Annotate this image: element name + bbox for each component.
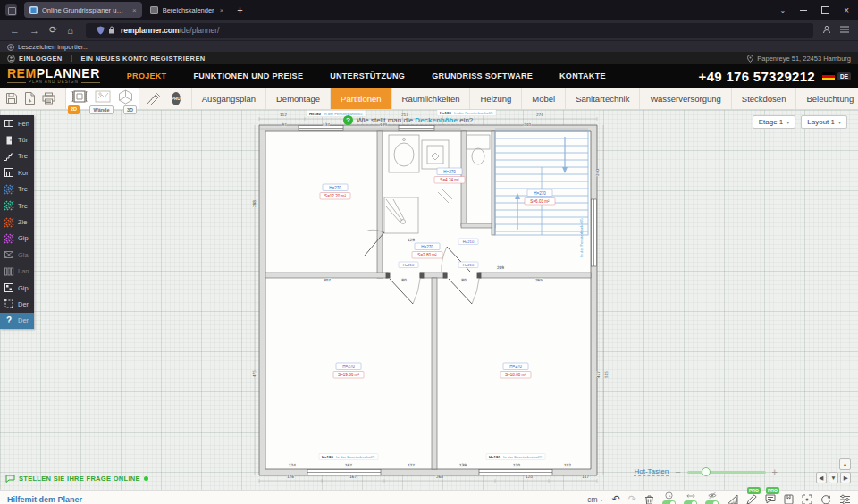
planner-tab-partitionen[interactable]: Partitionen (330, 88, 391, 109)
calendar-favicon-icon (150, 6, 158, 14)
account-icon[interactable] (822, 25, 831, 36)
units-select[interactable]: cm⌄ (587, 495, 603, 504)
pan-up-button[interactable]: ▲ (839, 458, 851, 470)
login-link[interactable]: EINLOGGEN (19, 55, 63, 63)
browser-tab-planner[interactable]: Online Grundrissplaner und De × (24, 2, 142, 18)
comments-button[interactable]: PRO (765, 494, 776, 504)
floor-plan-canvas[interactable]: 1121372132749713713924030780802652491291… (34, 110, 858, 490)
nav-kontakte[interactable]: KONTAKTE (559, 71, 606, 80)
planner-tab-räumlichkeiten[interactable]: Räumlichkeiten (391, 88, 470, 109)
tab-close-icon[interactable]: × (220, 6, 224, 14)
sidebar-tool-label: Fen (18, 120, 29, 128)
sidebar-tool-der[interactable]: ?Der (0, 313, 34, 329)
draw-tools-icon[interactable] (147, 92, 162, 105)
nav-unterstuetzung[interactable]: UNTERSTÜTZUNG (330, 71, 405, 80)
print-icon[interactable] (42, 92, 55, 105)
delete-button[interactable] (644, 494, 654, 504)
url-field[interactable]: remplanner.com /de/planner/ (86, 23, 813, 38)
lock-icon[interactable] (108, 26, 115, 34)
zoom-out-button[interactable]: − (675, 466, 680, 477)
new-tab-button[interactable]: + (237, 4, 242, 15)
hatch-icon (0, 233, 18, 244)
tab-list-chevron-icon[interactable]: ⌄ (779, 6, 786, 14)
firefox-view-icon[interactable] (5, 4, 17, 16)
pan-arrow-pad: ▲ ◀ ▼ ▶ (816, 458, 851, 485)
zoom-slider-knob[interactable] (702, 467, 711, 476)
pan-left-button[interactable]: ◀ (816, 472, 827, 483)
dimensions-toggle[interactable] (684, 492, 697, 504)
floor-select-button[interactable]: Etage 1▾ (753, 115, 796, 129)
export-document-button[interactable] (784, 494, 794, 504)
back-icon[interactable]: ← (10, 25, 20, 36)
sidebar-tool-label: Tre (18, 202, 28, 210)
new-document-icon[interactable] (24, 92, 36, 105)
planner-tab-beleuchtung[interactable]: Beleuchtung (795, 88, 858, 109)
browser-tab-calendar[interactable]: Bereichskalender × (145, 2, 230, 18)
refresh-button[interactable] (820, 494, 831, 504)
logo-rest: PLANNER (37, 66, 100, 80)
planner-tab-steckdosen[interactable]: Steckdosen (731, 88, 796, 109)
planner-tab-möbel[interactable]: Möbel (521, 88, 565, 109)
layout-select-button[interactable]: Layout 1▾ (801, 115, 847, 129)
planner-tab-strip: AusgangsplanDemontagePartitionenRäumlich… (191, 88, 858, 109)
pan-right-button[interactable]: ▶ (840, 472, 851, 483)
help-hint[interactable]: ? Wie stellt man die Deckenhöhe ein? (343, 115, 473, 125)
redo-button[interactable]: ↷ (628, 494, 636, 504)
sidebar-tool-zie[interactable]: Zie (0, 214, 34, 230)
sidebar-tool-fen[interactable]: Fen (0, 115, 34, 131)
pan-down-button[interactable]: ▼ (829, 472, 839, 483)
language-badge[interactable]: DE (837, 72, 851, 80)
ask-online-link[interactable]: STELLEN SIE IHRE FRAGE ONLINE (5, 475, 148, 483)
register-link[interactable]: EIN NEUES KONTO REGISTRIEREN (81, 55, 206, 63)
tab-close-icon[interactable]: × (132, 6, 137, 14)
shield-icon[interactable] (97, 26, 105, 35)
phone-number[interactable]: +49 176 57329212 (699, 69, 815, 84)
sidebar-tool-gip[interactable]: Gip (0, 280, 34, 296)
hotkeys-link[interactable]: Hot-Tasten (634, 467, 669, 476)
forward-icon[interactable]: → (29, 25, 39, 36)
planner-favicon-icon (29, 6, 38, 14)
measure-button[interactable]: 10 (727, 494, 738, 504)
sidebar-tool-tre[interactable]: Tre (0, 197, 34, 214)
planner-tab-heizung[interactable]: Heizung (469, 88, 521, 109)
sidebar-tool-lan[interactable]: Lan (0, 264, 34, 280)
visibility-toggle[interactable] (705, 491, 719, 504)
reload-icon[interactable]: ⟳ (49, 24, 57, 36)
zoom-slider[interactable] (687, 471, 766, 474)
sidebar-tool-der[interactable]: Der (0, 296, 34, 312)
sidebar-tool-tre[interactable]: Tre (0, 181, 34, 197)
undo-button[interactable]: ↶ (612, 494, 620, 504)
plan-dimension: 515 (604, 371, 609, 378)
window-close-button[interactable]: × (844, 5, 849, 15)
sidebar-tool-gla[interactable]: Gla (0, 247, 34, 263)
menu-icon[interactable] (840, 25, 849, 35)
german-flag-icon[interactable] (822, 72, 835, 80)
window-minimize-button[interactable] (800, 9, 807, 11)
screenshot-button[interactable] (802, 494, 812, 504)
planner-tab-ausgangsplan[interactable]: Ausgangsplan (191, 88, 265, 109)
sidebar-tool-kor[interactable]: Kor (0, 164, 34, 181)
help-link[interactable]: Hilfemit dem Planer (7, 495, 82, 504)
window-maximize-button[interactable] (821, 6, 829, 14)
pro-feature-icon[interactable]: PRO (172, 92, 181, 105)
planner-tab-wasserversorgung[interactable]: Wasserversorgung (639, 88, 730, 109)
planner-tab-demontage[interactable]: Demontage (265, 88, 330, 109)
tab-title: Bereichskalender (163, 6, 214, 14)
nav-grundriss-software[interactable]: GRUNDRISS SOFTWARE (432, 71, 533, 80)
checker-icon (0, 282, 18, 293)
zoom-in-button[interactable]: + (772, 466, 778, 477)
import-bookmarks-item[interactable]: Lesezeichen importier... (18, 43, 88, 51)
planner-tab-sanitärtechnik[interactable]: Sanitärtechnik (565, 88, 639, 109)
home-icon[interactable]: ⌂ (67, 25, 73, 36)
sidebar-tool-tre[interactable]: Tre (0, 148, 34, 164)
save-icon[interactable] (5, 92, 18, 105)
settings-sliders-button[interactable] (839, 494, 851, 504)
hint-text[interactable]: Wie stellt man die Deckenhöhe ein? (357, 116, 473, 125)
sidebar-tool-tür[interactable]: Tür (0, 131, 34, 147)
remplanner-logo[interactable]: REMPLANNER PLAN AND DESIGN (7, 67, 100, 85)
annotate-button[interactable]: PRO (746, 494, 757, 504)
history-toggle[interactable] (662, 491, 676, 504)
nav-projekt[interactable]: PROJEKT (127, 71, 167, 80)
nav-funktionen[interactable]: FUNKTIONEN UND PREISE (193, 71, 303, 80)
sidebar-tool-gip[interactable]: Gip (0, 231, 34, 247)
